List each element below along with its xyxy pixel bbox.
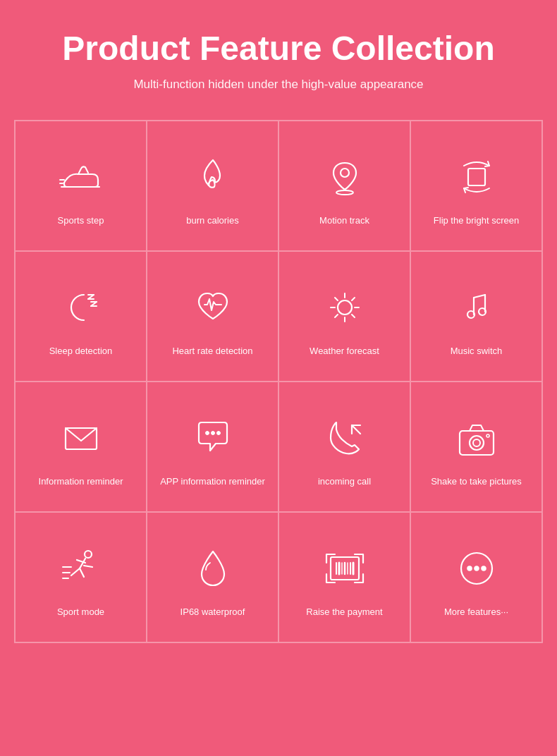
feature-music: Music switch [410,251,542,382]
heart-rate-icon [185,279,241,336]
svg-point-4 [336,190,353,195]
feature-sport-mode: Sport mode [15,512,147,642]
svg-point-34 [486,434,489,437]
sports-step-label: Sports step [58,215,104,227]
svg-line-19 [352,298,355,300]
svg-point-53 [467,566,472,571]
incoming-call-label: incoming call [318,476,371,488]
info-reminder-label: Information reminder [39,476,123,488]
payment-icon [317,540,373,597]
svg-point-3 [341,169,349,177]
svg-rect-5 [468,169,485,185]
heart-rate-label: Heart rate detection [172,346,252,358]
svg-line-30 [352,425,360,434]
info-reminder-icon [53,410,109,466]
feature-waterproof: IP68 waterproof [147,512,278,642]
sleep-detection-label: Sleep detection [49,346,113,358]
svg-line-36 [80,559,85,568]
svg-line-39 [71,568,80,575]
feature-burn-calories: burn calories [147,121,278,251]
weather-label: Weather forecast [310,346,379,358]
svg-line-40 [80,568,84,577]
shake-picture-icon [448,410,505,466]
feature-sleep-detection: Sleep detection [15,251,147,382]
svg-line-23 [474,295,485,298]
feature-more: More features··· [410,512,542,642]
burn-calories-icon [185,149,241,205]
feature-grid: Sports step burn calories Motion track [14,120,543,643]
app-info-icon [185,410,241,466]
feature-app-info: APP information reminder [147,382,278,512]
sports-step-icon [53,149,109,205]
payment-label: Raise the payment [306,606,382,618]
burn-calories-label: burn calories [186,215,238,227]
feature-payment: Raise the payment [278,512,410,642]
feature-shake-picture: Shake to take pictures [410,382,542,512]
motion-track-label: Motion track [319,215,369,227]
music-label: Music switch [451,346,503,358]
flip-screen-label: Flip the bright screen [434,215,519,227]
music-icon [448,279,505,336]
feature-heart-rate: Heart rate detection [147,251,278,382]
feature-info-reminder: Information reminder [15,382,147,512]
svg-point-29 [216,431,220,434]
waterproof-icon [185,540,241,597]
svg-point-12 [338,300,352,315]
page-subtitle: Multi-function hidden under the high-val… [133,78,423,92]
shake-picture-label: Shake to take pictures [431,476,522,488]
motion-track-icon [317,149,373,205]
app-info-label: APP information reminder [160,476,265,488]
svg-point-55 [482,566,486,571]
svg-line-20 [335,315,338,317]
waterproof-label: IP68 waterproof [180,606,245,618]
svg-point-27 [205,431,209,434]
sport-mode-label: Sport mode [57,606,104,618]
incoming-call-icon [317,410,373,466]
feature-flip-screen: Flip the bright screen [410,121,542,251]
feature-motion-track: Motion track [278,121,410,251]
svg-line-38 [84,566,92,567]
svg-point-32 [470,436,484,450]
feature-incoming-call: incoming call [278,382,410,512]
svg-point-28 [211,431,214,434]
svg-point-35 [85,551,92,558]
svg-point-54 [475,566,479,571]
svg-line-17 [335,298,338,300]
feature-weather: Weather forecast [278,251,410,382]
svg-line-18 [352,315,355,317]
feature-sports-step: Sports step [15,121,147,251]
more-features-icon [448,540,505,597]
svg-point-33 [473,439,480,446]
weather-icon [317,279,373,336]
sleep-detection-icon [53,279,109,336]
sport-mode-icon [53,540,109,597]
more-features-label: More features··· [444,606,508,618]
page-title: Product Feature Collection [62,28,494,69]
flip-screen-icon [448,149,505,205]
